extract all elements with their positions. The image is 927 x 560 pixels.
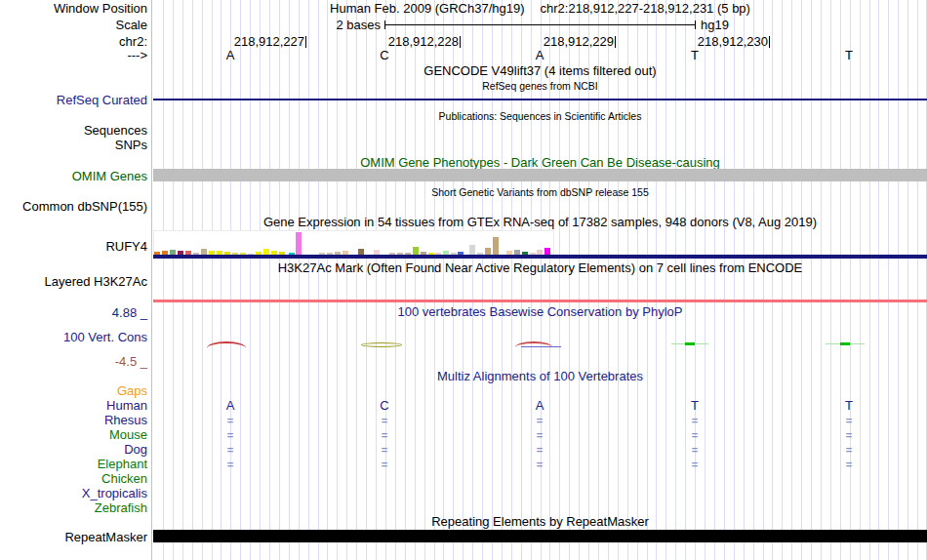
gtex-bar[interactable] <box>485 248 491 255</box>
multiz-alignment-cell: = <box>840 458 858 471</box>
multiz-species-label[interactable]: Chicken <box>0 472 147 486</box>
repeatmasker-track-title[interactable]: Repeating Elements by RepeatMasker <box>153 515 927 529</box>
multiz-alignment-cell: = <box>686 428 704 442</box>
scale-bar <box>384 20 696 29</box>
refseq-track-subtitle[interactable]: RefSeq genes from NCBI <box>153 80 927 92</box>
multiz-species-label[interactable]: Zebrafish <box>0 501 147 515</box>
ruler-base-letter: T <box>685 49 705 62</box>
coordinate-text: 218,912,230 <box>698 34 768 49</box>
coordinate-label: 218,912,228 <box>332 35 461 49</box>
coordinate-tick <box>460 36 461 48</box>
genome-browser-track-image: Window Position Scale chr2: ---> RefSeq … <box>0 0 927 560</box>
multiz-track-title[interactable]: Multiz Alignments of 100 Vertebrates <box>153 370 927 383</box>
scale-bar-line <box>385 24 695 25</box>
multiz-alignment-cell: = <box>222 414 239 427</box>
multiz-species-label[interactable]: X_tropicalis <box>0 487 147 500</box>
multiz-alignment-cell: = <box>222 428 239 442</box>
multiz-alignment-cell: C <box>376 399 393 413</box>
ruler-base-letter: A <box>530 49 549 62</box>
track-label-omim-genes[interactable]: OMIM Genes <box>0 170 147 183</box>
multiz-alignment-cell: = <box>376 458 393 471</box>
refseq-curated-gene-line[interactable] <box>153 99 927 100</box>
track-label-layered-h3k27ac[interactable]: Layered H3K27Ac <box>0 275 147 289</box>
conservation-green-dash <box>685 342 695 345</box>
conservation-green-line[interactable] <box>826 343 865 344</box>
gtex-bar[interactable] <box>413 247 419 255</box>
multiz-alignment-cell: A <box>531 399 548 413</box>
publications-track-title[interactable]: Publications: Sequences in Scientific Ar… <box>153 110 927 122</box>
omim-gene-bar[interactable] <box>153 169 927 181</box>
multiz-alignment-cell: T <box>686 399 704 413</box>
coordinate-label: 218,912,230 <box>641 35 770 49</box>
multiz-alignment-cell: = <box>376 428 393 442</box>
assembly-title: Human Feb. 2009 (GRCh37/hg19) <box>330 1 524 16</box>
multiz-alignment-cell: = <box>531 443 548 457</box>
scale-value: 2 bases <box>273 19 381 32</box>
multiz-alignment-cell: = <box>222 443 239 457</box>
track-label-common-dbsnp[interactable]: Common dbSNP(155) <box>0 200 147 214</box>
coordinate-text: 218,912,227 <box>234 34 304 49</box>
chrom-label: chr2: <box>0 35 147 49</box>
label-track-separator-line <box>151 0 152 560</box>
conservation-green-dash <box>840 342 850 345</box>
multiz-species-label[interactable]: Gaps <box>0 384 147 398</box>
gtex-baseline[interactable] <box>153 255 927 259</box>
multiz-alignment-cell: = <box>376 414 393 427</box>
phylop-max-value: 4.88 _ <box>0 306 147 320</box>
h3k27ac-signal-line[interactable] <box>153 300 927 302</box>
gtex-bar[interactable] <box>544 248 550 255</box>
multiz-alignment-cell: = <box>222 458 239 471</box>
multiz-species-label[interactable]: Mouse <box>0 428 147 442</box>
multiz-alignment-cell: = <box>376 443 393 457</box>
coordinate-text: 218,912,228 <box>388 34 459 49</box>
h3k27ac-track-title[interactable]: H3K27Ac Mark (Often Found Near Active Re… <box>153 261 927 275</box>
conservation-line-bottom <box>521 346 561 347</box>
track-label-sequences[interactable]: Sequences <box>0 124 147 138</box>
multiz-species-label[interactable]: Dog <box>0 443 147 457</box>
genome-assembly-label: hg19 <box>701 19 729 32</box>
multiz-alignment-cell: = <box>686 443 704 457</box>
coordinate-tick <box>615 36 616 48</box>
multiz-alignment-cell: = <box>840 428 858 442</box>
coordinate-tick <box>305 36 306 48</box>
gtex-bar[interactable] <box>469 245 475 255</box>
ruler-base-letter: T <box>839 49 859 62</box>
position-title: Human Feb. 2009 (GRCh37/hg19)chr2:218,91… <box>153 2 927 16</box>
track-label-snps[interactable]: SNPs <box>0 139 147 152</box>
multiz-species-label[interactable]: Human <box>0 399 147 413</box>
dbsnp-track-title[interactable]: Short Genetic Variants from dbSNP releas… <box>153 186 927 198</box>
coordinate-label: 218,912,227 <box>178 35 306 49</box>
repeatmasker-element-bar[interactable] <box>153 530 927 542</box>
ruler-base-letter: A <box>221 49 240 62</box>
coordinate-text: 218,912,229 <box>544 34 614 49</box>
multiz-alignment-cell: = <box>531 414 548 427</box>
ruler-base-letter: C <box>375 49 394 62</box>
track-label-100-vert-cons[interactable]: 100 Vert. Cons <box>0 331 147 344</box>
track-label-refseq-curated[interactable]: RefSeq Curated <box>0 94 147 107</box>
gtex-bar[interactable] <box>493 237 499 255</box>
multiz-alignment-cell: = <box>840 414 858 427</box>
multiz-alignment-cell: = <box>686 458 704 471</box>
strand-direction-label: ---> <box>0 49 147 62</box>
multiz-alignment-cell: A <box>222 399 239 413</box>
gtex-track-title[interactable]: Gene Expression in 54 tissues from GTEx … <box>153 216 927 229</box>
scale-label: Scale <box>0 19 147 32</box>
gtex-bar[interactable] <box>296 232 302 255</box>
range-title: chr2:218,912,227-218,912,231 (5 bp) <box>541 1 750 16</box>
conservation-green-line[interactable] <box>671 343 708 344</box>
multiz-species-label[interactable]: Rhesus <box>0 414 147 427</box>
gencode-track-title[interactable]: GENCODE V49lift37 (4 items filtered out) <box>153 64 927 78</box>
multiz-alignment-cell: = <box>686 414 704 427</box>
conservation-arc-double[interactable] <box>515 341 561 347</box>
track-label-rufy4[interactable]: RUFY4 <box>0 240 147 254</box>
window-position-label: Window Position <box>0 2 147 16</box>
multiz-alignment-cell: = <box>531 458 548 471</box>
multiz-species-label[interactable]: Elephant <box>0 458 147 471</box>
omim-track-title[interactable]: OMIM Gene Phenotypes - Dark Green Can Be… <box>153 156 927 170</box>
phylop-track-title[interactable]: 100 vertebrates Basewise Conservation by… <box>153 305 927 319</box>
conservation-arc[interactable] <box>207 341 246 348</box>
conservation-ellipse[interactable] <box>361 342 402 347</box>
multiz-alignment-cell: T <box>840 399 858 413</box>
phylop-min-value: -4.5 _ <box>0 355 147 369</box>
track-label-repeatmasker[interactable]: RepeatMasker <box>0 531 147 544</box>
